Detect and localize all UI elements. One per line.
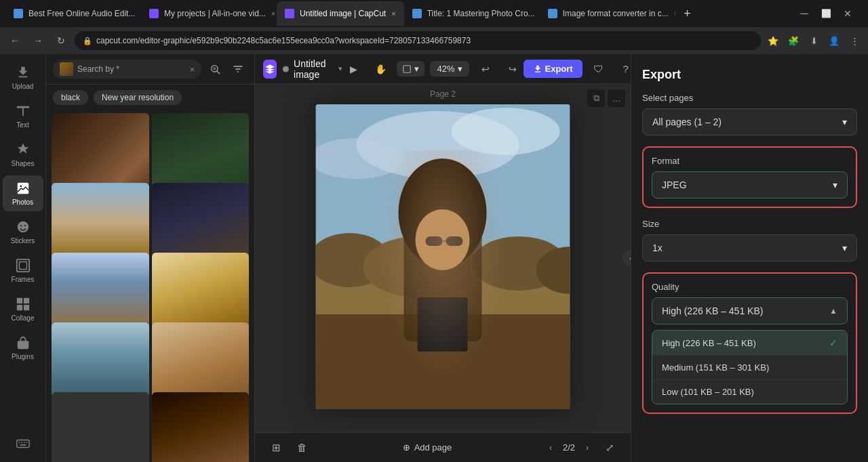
browser-nav: ← → ↻ 🔒 capcut.com/editor-graphic/e592b9… (0, 27, 868, 54)
back-button[interactable]: ← (5, 31, 24, 50)
export-button[interactable]: Export (524, 60, 583, 78)
panel-collapse-button[interactable]: ‹ (623, 250, 631, 266)
sidebar-item-text[interactable]: Text (3, 98, 43, 134)
maximize-button[interactable]: ⬜ (816, 4, 835, 23)
tab-3-close[interactable]: × (391, 9, 395, 18)
quality-low-label: Low (101 KB – 201 KB) (662, 387, 754, 397)
address-bar[interactable]: 🔒 capcut.com/editor-graphic/e592b9c90b22… (75, 31, 761, 50)
close-button[interactable]: ✕ (838, 4, 857, 23)
next-page-button[interactable]: › (579, 440, 595, 456)
svg-point-1 (20, 185, 22, 187)
quality-dropdown-header[interactable]: High (226 KB – 451 KB) ▲ (652, 297, 848, 324)
browser-actions: ⭐ 🧩 ⬇ 👤 ⋮ (765, 33, 863, 49)
undo-button[interactable]: ↩ (475, 58, 496, 80)
size-label: Size (642, 219, 857, 229)
tab-1-close[interactable]: × (140, 9, 141, 18)
download-button[interactable]: ⬇ (806, 33, 822, 49)
canvas-area: Untitled image ▾ ▶ ✋ ▾ 42% ▾ ↩ ↪ (255, 54, 631, 462)
tab-4[interactable]: Title: 1 Mastering Photo Cro... × (404, 1, 540, 26)
upload-label: Upload (12, 83, 34, 90)
menu-button[interactable]: ⋮ (846, 33, 863, 49)
tab-1-label: Best Free Online Audio Edit... (28, 9, 135, 18)
play-button[interactable]: ▶ (342, 58, 364, 80)
page-label: Page 2 (430, 89, 456, 99)
minimize-button[interactable]: ─ (795, 4, 814, 23)
tab-5[interactable]: Image format converter in c... × (540, 1, 675, 26)
help-button[interactable]: ? (615, 58, 631, 80)
select-pages-value: All pages (1 – 2) (652, 117, 722, 127)
size-dropdown[interactable]: 1x ▾ (642, 234, 857, 261)
tag-new-year[interactable]: New year resolution (94, 90, 182, 105)
canvas-toolbar: Untitled image ▾ ▶ ✋ ▾ 42% ▾ ↩ ↪ (255, 54, 631, 84)
profile-button[interactable]: 👤 (826, 33, 842, 49)
fullscreen-button[interactable]: ⤢ (599, 438, 620, 458)
frames-icon (16, 258, 31, 273)
svg-rect-35 (446, 236, 463, 246)
canvas-body: Page 2 ⧉ … (255, 84, 631, 432)
page-action-copy[interactable]: ⧉ (587, 89, 605, 107)
photo-item-9[interactable] (52, 392, 149, 462)
svg-rect-19 (213, 67, 216, 70)
shield-button[interactable]: 🛡 (588, 58, 610, 80)
browser-chrome: Best Free Online Audio Edit... × My proj… (0, 0, 868, 54)
sidebar-item-photos[interactable]: Photos (3, 175, 43, 211)
sidebar-item-collage[interactable]: Collage (3, 291, 43, 327)
photo-grid (46, 110, 254, 462)
new-tab-button[interactable]: + (678, 4, 697, 23)
redo-button[interactable]: ↪ (502, 58, 524, 80)
bookmark-button[interactable]: ⭐ (765, 33, 781, 49)
prev-page-button[interactable]: ‹ (542, 440, 559, 456)
stickers-icon (16, 219, 31, 234)
tab-2-favicon (149, 9, 159, 18)
search-image-button[interactable] (205, 60, 224, 79)
sidebar-item-shapes[interactable]: Shapes (3, 137, 43, 173)
sidebar-item-stickers[interactable]: Stickers (3, 214, 43, 250)
tab-1[interactable]: Best Free Online Audio Edit... × (5, 1, 141, 26)
svg-rect-5 (16, 259, 28, 272)
tag-black[interactable]: black (53, 90, 88, 105)
frames-label: Frames (12, 276, 35, 283)
canvas-toolbar-right: Export 🛡 ? ⚙ (524, 58, 631, 80)
add-page-icon: ⊕ (403, 442, 410, 453)
tab-3[interactable]: Untitled image | CapCut × (277, 1, 404, 26)
photos-icon (16, 181, 31, 196)
extension-button[interactable]: 🧩 (785, 33, 802, 49)
sidebar-item-plugins[interactable]: Plugins (3, 330, 43, 366)
page-action-more[interactable]: … (608, 89, 625, 107)
zoom-control[interactable]: 42% ▾ (430, 61, 469, 77)
hand-tool-button[interactable]: ✋ (370, 58, 391, 80)
format-dropdown[interactable]: JPEG ▾ (652, 171, 848, 198)
collage-icon (16, 297, 31, 312)
canvas-type-button[interactable]: ▾ (397, 61, 425, 77)
tab-2-close[interactable]: × (271, 9, 275, 18)
photo-item-10[interactable] (152, 392, 250, 462)
reload-button[interactable]: ↻ (52, 31, 71, 50)
search-filter-button[interactable] (229, 60, 248, 79)
bottom-action-1[interactable]: ⊞ (266, 438, 286, 458)
sidebar-item-frames[interactable]: Frames (3, 253, 43, 289)
sidebar-item-keyboard[interactable] (3, 431, 43, 457)
svg-rect-6 (19, 262, 26, 270)
format-value: JPEG (662, 180, 687, 190)
search-clear-button[interactable]: × (189, 64, 195, 75)
select-pages-dropdown[interactable]: All pages (1 – 2) ▾ (642, 108, 857, 135)
add-page-button[interactable]: ⊕ Add page (396, 440, 459, 455)
tab-2[interactable]: My projects | All-in-one vid... × (141, 1, 277, 26)
tab-5-favicon (548, 9, 557, 18)
search-input-wrapper[interactable]: Search by * × (53, 60, 201, 79)
svg-point-3 (20, 225, 22, 226)
zoom-chevron: ▾ (458, 64, 462, 74)
bottom-action-2[interactable]: 🗑 (292, 438, 312, 458)
stickers-label: Stickers (11, 237, 35, 245)
quality-option-medium[interactable]: Medium (151 KB – 301 KB) (652, 356, 847, 380)
sidebar-item-upload[interactable]: Upload (3, 60, 43, 96)
quality-option-high[interactable]: High (226 KB – 451 KB) ✓ (652, 331, 847, 356)
forward-button[interactable]: → (28, 31, 47, 50)
project-name[interactable]: Untitled image ▾ (282, 58, 342, 80)
svg-rect-37 (418, 297, 468, 352)
quality-option-low[interactable]: Low (101 KB – 201 KB) (652, 380, 847, 404)
tab-5-close[interactable]: × (674, 9, 675, 18)
quality-value: High (226 KB – 451 KB) (662, 306, 763, 316)
svg-point-26 (316, 233, 391, 287)
text-icon (16, 104, 31, 119)
